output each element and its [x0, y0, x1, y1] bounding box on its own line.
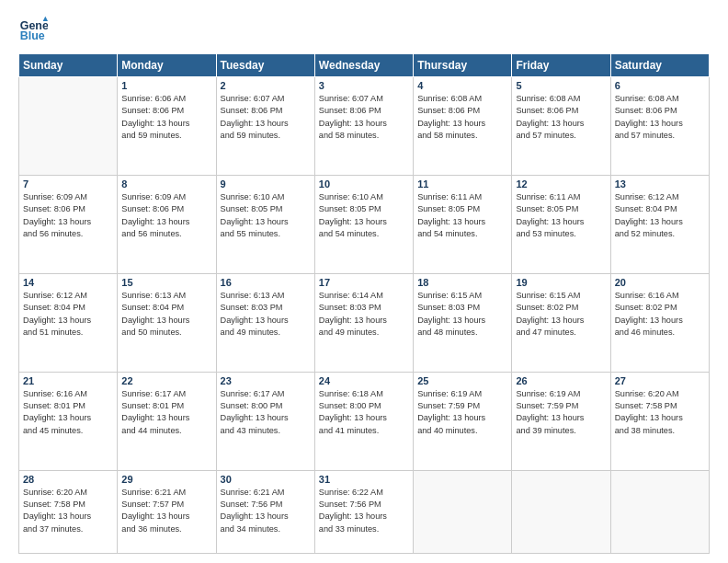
day-info: Sunrise: 6:20 AM Sunset: 7:58 PM Dayligh…: [615, 388, 705, 437]
day-number: 28: [23, 474, 113, 485]
day-number: 22: [121, 375, 211, 386]
day-number: 14: [23, 277, 113, 288]
day-number: 5: [516, 80, 606, 91]
day-info: Sunrise: 6:19 AM Sunset: 7:59 PM Dayligh…: [516, 388, 606, 437]
week-row-4: 21Sunrise: 6:16 AM Sunset: 8:01 PM Dayli…: [19, 372, 710, 470]
day-info: Sunrise: 6:21 AM Sunset: 7:57 PM Dayligh…: [121, 487, 211, 535]
day-info: Sunrise: 6:18 AM Sunset: 8:00 PM Dayligh…: [319, 388, 409, 437]
calendar-cell: 21Sunrise: 6:16 AM Sunset: 8:01 PM Dayli…: [19, 372, 118, 470]
calendar-cell: [610, 470, 709, 553]
day-info: Sunrise: 6:19 AM Sunset: 7:59 PM Dayligh…: [417, 388, 507, 437]
calendar-cell: 15Sunrise: 6:13 AM Sunset: 8:04 PM Dayli…: [118, 273, 216, 372]
day-info: Sunrise: 6:08 AM Sunset: 8:06 PM Dayligh…: [516, 93, 606, 142]
calendar-cell: 29Sunrise: 6:21 AM Sunset: 7:57 PM Dayli…: [118, 470, 216, 553]
calendar-cell: 9Sunrise: 6:10 AM Sunset: 8:05 PM Daylig…: [216, 175, 314, 273]
day-number: 15: [121, 277, 211, 288]
logo-icon: General Blue: [18, 15, 48, 44]
calendar-cell: 8Sunrise: 6:09 AM Sunset: 8:06 PM Daylig…: [118, 175, 216, 273]
calendar-cell: 5Sunrise: 6:08 AM Sunset: 8:06 PM Daylig…: [512, 77, 610, 176]
calendar-cell: [414, 470, 512, 553]
day-number: 25: [417, 375, 507, 386]
calendar-cell: 7Sunrise: 6:09 AM Sunset: 8:06 PM Daylig…: [19, 175, 118, 273]
calendar-cell: 1Sunrise: 6:06 AM Sunset: 8:06 PM Daylig…: [118, 77, 216, 176]
calendar-cell: 16Sunrise: 6:13 AM Sunset: 8:03 PM Dayli…: [216, 273, 314, 372]
calendar-cell: 18Sunrise: 6:15 AM Sunset: 8:03 PM Dayli…: [414, 273, 512, 372]
calendar-page: General Blue SundayMondayTuesdayWednesda…: [0, 0, 728, 563]
day-info: Sunrise: 6:16 AM Sunset: 8:02 PM Dayligh…: [615, 290, 705, 339]
week-row-3: 14Sunrise: 6:12 AM Sunset: 8:04 PM Dayli…: [19, 273, 710, 372]
calendar-cell: 3Sunrise: 6:07 AM Sunset: 8:06 PM Daylig…: [314, 77, 413, 176]
day-info: Sunrise: 6:15 AM Sunset: 8:02 PM Dayligh…: [516, 290, 606, 339]
day-info: Sunrise: 6:21 AM Sunset: 7:56 PM Dayligh…: [221, 487, 311, 535]
calendar-cell: 22Sunrise: 6:17 AM Sunset: 8:01 PM Dayli…: [118, 372, 216, 470]
day-number: 31: [319, 474, 409, 485]
weekday-tuesday: Tuesday: [216, 54, 314, 77]
day-info: Sunrise: 6:13 AM Sunset: 8:03 PM Dayligh…: [221, 290, 311, 339]
day-info: Sunrise: 6:08 AM Sunset: 8:06 PM Dayligh…: [417, 93, 507, 142]
day-number: 9: [221, 178, 311, 190]
day-number: 29: [121, 474, 211, 485]
calendar-table: SundayMondayTuesdayWednesdayThursdayFrid…: [18, 53, 710, 554]
day-info: Sunrise: 6:22 AM Sunset: 7:56 PM Dayligh…: [319, 487, 409, 535]
day-number: 6: [615, 80, 705, 91]
calendar-cell: 6Sunrise: 6:08 AM Sunset: 8:06 PM Daylig…: [610, 77, 709, 176]
day-number: 2: [221, 80, 311, 91]
calendar-cell: 4Sunrise: 6:08 AM Sunset: 8:06 PM Daylig…: [414, 77, 512, 176]
calendar-cell: 30Sunrise: 6:21 AM Sunset: 7:56 PM Dayli…: [216, 470, 314, 553]
day-info: Sunrise: 6:14 AM Sunset: 8:03 PM Dayligh…: [319, 290, 409, 339]
calendar-cell: 20Sunrise: 6:16 AM Sunset: 8:02 PM Dayli…: [610, 273, 709, 372]
calendar-cell: 19Sunrise: 6:15 AM Sunset: 8:02 PM Dayli…: [512, 273, 610, 372]
day-info: Sunrise: 6:07 AM Sunset: 8:06 PM Dayligh…: [221, 93, 311, 142]
day-number: 19: [516, 277, 606, 288]
day-info: Sunrise: 6:12 AM Sunset: 8:04 PM Dayligh…: [615, 191, 705, 240]
day-info: Sunrise: 6:13 AM Sunset: 8:04 PM Dayligh…: [121, 290, 211, 339]
calendar-cell: 13Sunrise: 6:12 AM Sunset: 8:04 PM Dayli…: [610, 175, 709, 273]
day-number: 18: [417, 277, 507, 288]
day-info: Sunrise: 6:15 AM Sunset: 8:03 PM Dayligh…: [417, 290, 507, 339]
day-number: 21: [23, 375, 113, 386]
day-number: 7: [23, 178, 113, 190]
calendar-cell: 31Sunrise: 6:22 AM Sunset: 7:56 PM Dayli…: [314, 470, 413, 553]
day-number: 13: [615, 178, 705, 190]
day-info: Sunrise: 6:12 AM Sunset: 8:04 PM Dayligh…: [23, 290, 113, 339]
weekday-thursday: Thursday: [414, 54, 512, 77]
day-info: Sunrise: 6:10 AM Sunset: 8:05 PM Dayligh…: [221, 191, 311, 240]
day-info: Sunrise: 6:09 AM Sunset: 8:06 PM Dayligh…: [121, 191, 211, 240]
svg-text:Blue: Blue: [20, 29, 45, 42]
day-number: 8: [121, 178, 211, 190]
calendar-cell: 17Sunrise: 6:14 AM Sunset: 8:03 PM Dayli…: [314, 273, 413, 372]
day-number: 20: [615, 277, 705, 288]
day-info: Sunrise: 6:11 AM Sunset: 8:05 PM Dayligh…: [516, 191, 606, 240]
day-number: 16: [221, 277, 311, 288]
day-number: 30: [221, 474, 311, 485]
day-number: 12: [516, 178, 606, 190]
day-number: 1: [121, 80, 211, 91]
day-info: Sunrise: 6:09 AM Sunset: 8:06 PM Dayligh…: [23, 191, 113, 240]
weekday-wednesday: Wednesday: [314, 54, 413, 77]
calendar-cell: [19, 77, 118, 176]
weekday-sunday: Sunday: [19, 54, 118, 77]
day-number: 11: [417, 178, 507, 190]
day-info: Sunrise: 6:06 AM Sunset: 8:06 PM Dayligh…: [121, 93, 211, 142]
day-info: Sunrise: 6:11 AM Sunset: 8:05 PM Dayligh…: [417, 191, 507, 240]
calendar-cell: 10Sunrise: 6:10 AM Sunset: 8:05 PM Dayli…: [314, 175, 413, 273]
calendar-cell: 14Sunrise: 6:12 AM Sunset: 8:04 PM Dayli…: [19, 273, 118, 372]
weekday-header-row: SundayMondayTuesdayWednesdayThursdayFrid…: [19, 54, 710, 77]
calendar-cell: 27Sunrise: 6:20 AM Sunset: 7:58 PM Dayli…: [610, 372, 709, 470]
day-number: 24: [319, 375, 409, 386]
day-number: 4: [417, 80, 507, 91]
calendar-cell: 25Sunrise: 6:19 AM Sunset: 7:59 PM Dayli…: [414, 372, 512, 470]
calendar-cell: 2Sunrise: 6:07 AM Sunset: 8:06 PM Daylig…: [216, 77, 314, 176]
day-info: Sunrise: 6:17 AM Sunset: 8:00 PM Dayligh…: [221, 388, 311, 437]
day-number: 10: [319, 178, 409, 190]
calendar-cell: 24Sunrise: 6:18 AM Sunset: 8:00 PM Dayli…: [314, 372, 413, 470]
day-info: Sunrise: 6:08 AM Sunset: 8:06 PM Dayligh…: [615, 93, 705, 142]
weekday-monday: Monday: [118, 54, 216, 77]
day-info: Sunrise: 6:20 AM Sunset: 7:58 PM Dayligh…: [23, 487, 113, 535]
logo: General Blue: [18, 15, 51, 44]
calendar-cell: 28Sunrise: 6:20 AM Sunset: 7:58 PM Dayli…: [19, 470, 118, 553]
day-info: Sunrise: 6:07 AM Sunset: 8:06 PM Dayligh…: [319, 93, 409, 142]
day-number: 3: [319, 80, 409, 91]
day-number: 23: [221, 375, 311, 386]
day-number: 17: [319, 277, 409, 288]
